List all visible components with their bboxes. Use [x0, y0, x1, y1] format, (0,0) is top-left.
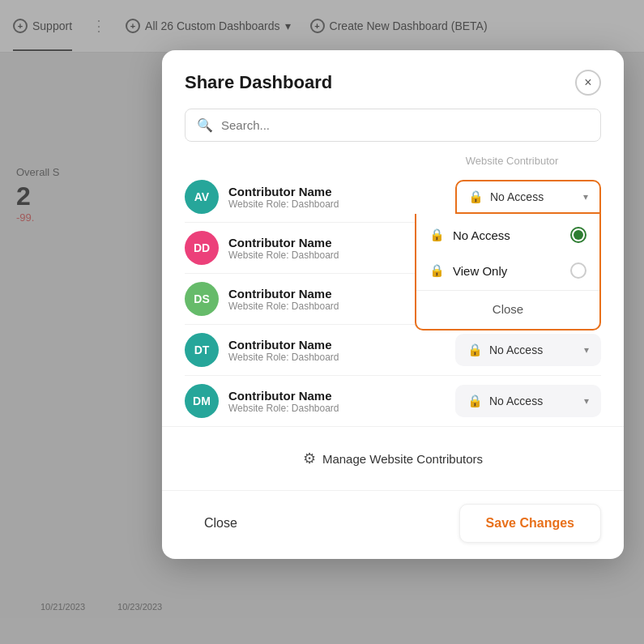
access-label-dm: No Access — [489, 395, 543, 407]
contributor-left-dt: DT Contributor Name Website Role: Dashbo… — [185, 333, 339, 367]
contributors-area: Website Contributor AV Contributor Name … — [162, 155, 624, 426]
avatar-dt: DT — [185, 333, 219, 367]
search-box: 🔍 — [185, 109, 601, 142]
option-no-access-left: 🔒 No Access — [429, 228, 510, 242]
contributor-info-av: Contributor Name Website Role: Dashboard — [228, 185, 339, 210]
search-icon: 🔍 — [197, 117, 213, 133]
contributor-name-ds: Contributor Name — [228, 287, 339, 301]
option-view-only[interactable]: 🔒 View Only — [416, 253, 599, 288]
contributor-role-dm: Website Role: Dashboard — [228, 403, 339, 414]
chevron-icon-dm: ▾ — [584, 395, 589, 407]
radio-view-only — [570, 262, 586, 279]
contributor-name-av: Contributor Name — [228, 185, 339, 198]
avatar-ds: DS — [185, 282, 219, 316]
modal-footer: ⚙ Manage Website Contributors — [162, 426, 624, 490]
option-lock-icon-1: 🔒 — [429, 228, 445, 242]
modal-close-button[interactable]: × — [575, 70, 601, 96]
contributor-info-dt: Contributor Name Website Role: Dashboard — [228, 338, 339, 363]
search-wrap: 🔍 — [162, 109, 624, 155]
lock-icon-dt: 🔒 — [467, 343, 483, 357]
search-input[interactable] — [221, 118, 589, 132]
gear-icon: ⚙ — [303, 450, 316, 467]
contributor-name-dm: Contributor Name — [228, 389, 339, 403]
dropdown-inner-dm: 🔒 No Access — [467, 394, 543, 408]
manage-contributors-label: Manage Website Contributors — [322, 452, 483, 466]
avatar-av: AV — [185, 180, 219, 214]
dropdown-close-button[interactable]: Close — [416, 292, 599, 326]
contributor-row-dt: DT Contributor Name Website Role: Dashbo… — [185, 325, 601, 376]
access-dropdown-dm[interactable]: 🔒 No Access ▾ — [455, 385, 601, 417]
contributor-row-av: AV Contributor Name Website Role: Dashbo… — [185, 172, 601, 223]
contributor-info-ds: Contributor Name Website Role: Dashboard — [228, 287, 339, 312]
dropdown-divider — [416, 290, 599, 291]
contributor-left-dd: DD Contributor Name Website Role: Dashbo… — [185, 231, 339, 265]
access-dropdown-dt[interactable]: 🔒 No Access ▾ — [455, 334, 601, 366]
modal-header: Share Dashboard × — [162, 50, 624, 109]
option-no-access[interactable]: 🔒 No Access — [416, 217, 599, 253]
chevron-icon-dt: ▾ — [584, 344, 589, 356]
manage-contributors-button[interactable]: ⚙ Manage Website Contributors — [185, 440, 601, 477]
access-label-av: No Access — [490, 190, 544, 203]
save-changes-button[interactable]: Save Changes — [459, 504, 601, 543]
access-dropdown-av[interactable]: 🔒 No Access ▾ — [455, 180, 601, 214]
column-header: Website Contributor — [185, 155, 601, 172]
modal-actions: Close Save Changes — [162, 490, 624, 559]
contributor-row-dm: DM Contributor Name Website Role: Dashbo… — [185, 376, 601, 426]
close-button[interactable]: Close — [185, 505, 257, 542]
contributor-left-ds: DS Contributor Name Website Role: Dashbo… — [185, 282, 339, 316]
contributor-left-av: AV Contributor Name Website Role: Dashbo… — [185, 180, 339, 214]
option-no-access-label: No Access — [453, 228, 510, 242]
radio-inner — [574, 230, 583, 240]
radio-no-access — [570, 227, 586, 243]
access-label-dt: No Access — [489, 343, 543, 356]
option-view-only-label: View Only — [453, 264, 507, 278]
contributor-left-dm: DM Contributor Name Website Role: Dashbo… — [185, 384, 339, 418]
contributor-role-ds: Website Role: Dashboard — [228, 301, 339, 312]
option-lock-icon-2: 🔒 — [429, 263, 445, 278]
contributor-info-dd: Contributor Name Website Role: Dashboard — [228, 236, 339, 261]
avatar-dd: DD — [185, 231, 219, 265]
contributor-role-dt: Website Role: Dashboard — [228, 352, 339, 363]
contributor-name-dt: Contributor Name — [228, 338, 339, 352]
dropdown-inner-av: 🔒 No Access — [468, 190, 544, 204]
website-contributor-label: Website Contributor — [423, 155, 601, 167]
lock-icon-av: 🔒 — [468, 190, 484, 204]
modal-title: Share Dashboard — [185, 72, 332, 93]
share-dashboard-modal: Share Dashboard × 🔍 Website Contributor … — [162, 50, 624, 559]
contributor-role-dd: Website Role: Dashboard — [228, 249, 339, 261]
dropdown-inner-dt: 🔒 No Access — [467, 343, 543, 357]
option-view-only-left: 🔒 View Only — [429, 263, 507, 278]
lock-icon-dm: 🔒 — [467, 394, 483, 408]
contributor-role-av: Website Role: Dashboard — [228, 198, 339, 210]
chevron-icon-av: ▾ — [583, 191, 588, 203]
dropdown-panel-av: 🔒 No Access 🔒 View Only — [415, 214, 601, 331]
contributor-info-dm: Contributor Name Website Role: Dashboard — [228, 389, 339, 414]
contributor-name-dd: Contributor Name — [228, 236, 339, 249]
avatar-dm: DM — [185, 384, 219, 418]
